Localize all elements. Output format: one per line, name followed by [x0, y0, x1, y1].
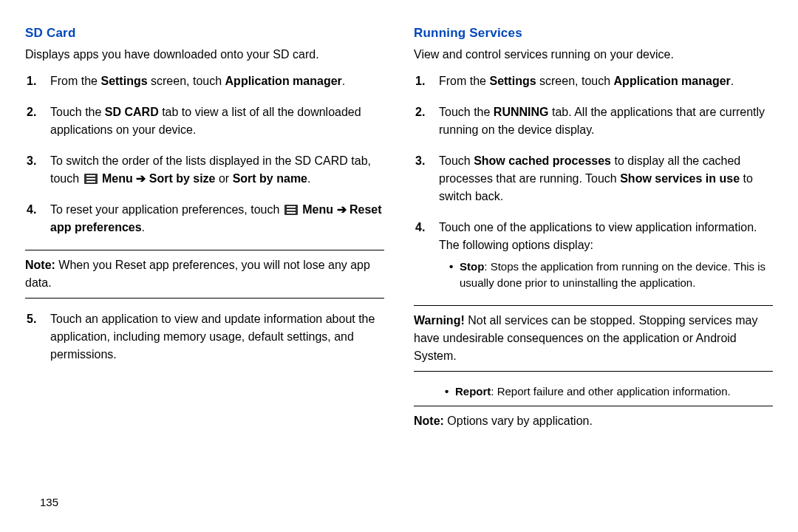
bullet-stop: Stop: Stops the application from running…	[449, 259, 773, 292]
menu-icon	[84, 174, 98, 184]
bullet-report: Report: Report failure and other applica…	[445, 383, 773, 400]
right-step-2: Touch the RUNNING tab. All the applicati…	[434, 103, 773, 139]
left-step-2: Touch the SD CARD tab to view a list of …	[46, 103, 384, 139]
left-note: Note: When you Reset app preferences, yo…	[25, 250, 384, 299]
right-column: Running Services View and control servic…	[414, 24, 773, 532]
left-step-5: Touch an application to view and update …	[46, 310, 384, 364]
right-step-4: Touch one of the applications to view ap…	[434, 219, 773, 292]
page-number: 135	[40, 496, 58, 508]
left-step-4: To reset your application preferences, t…	[46, 201, 384, 236]
warning-block: Warning! Not all services can be stopped…	[414, 305, 773, 372]
running-services-intro: View and control services running on you…	[414, 46, 773, 64]
right-step-1: From the Settings screen, touch Applicat…	[434, 72, 773, 90]
left-step-3: To switch the order of the lists display…	[46, 152, 384, 188]
right-note: Note: Options vary by application.	[414, 406, 773, 436]
running-services-heading: Running Services	[414, 24, 773, 43]
left-column: SD Card Displays apps you have downloade…	[25, 24, 384, 532]
sd-card-intro: Displays apps you have downloaded onto y…	[25, 46, 384, 64]
left-step-1: From the Settings screen, touch Applicat…	[46, 72, 384, 90]
sd-card-heading: SD Card	[25, 24, 384, 43]
menu-icon	[284, 205, 298, 215]
right-step-3: Touch Show cached processes to display a…	[434, 152, 773, 205]
